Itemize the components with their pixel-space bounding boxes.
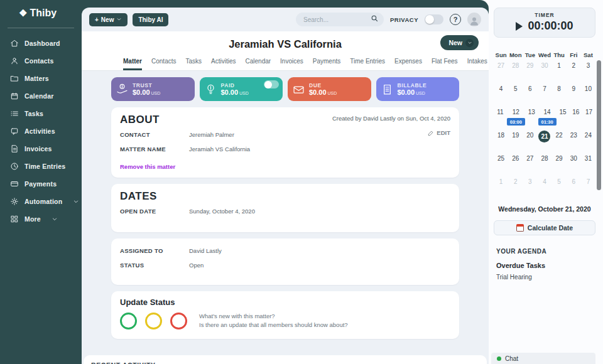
calendar-day-1[interactable]: 1 bbox=[552, 61, 567, 84]
person-icon bbox=[10, 56, 19, 65]
tab-activities[interactable]: Activities bbox=[211, 58, 236, 70]
calendar-day-3[interactable]: 3 bbox=[581, 61, 595, 84]
sidebar-item-time-entries[interactable]: Time Entries bbox=[0, 158, 82, 175]
paid-toggle[interactable] bbox=[264, 80, 279, 88]
new-button[interactable]: + New bbox=[89, 13, 128, 26]
calendar-day-14[interactable]: 1401:30 bbox=[538, 107, 557, 131]
privacy-toggle[interactable] bbox=[425, 14, 443, 24]
help-button[interactable]: ? bbox=[450, 14, 461, 25]
tab-payments[interactable]: Payments bbox=[313, 58, 340, 70]
calendar-day-16[interactable]: 16 bbox=[569, 107, 582, 131]
calendar-day-6[interactable]: 6 bbox=[523, 84, 537, 107]
calendar-event-chip[interactable]: 03:00 bbox=[507, 118, 525, 126]
sidebar-item-more[interactable]: More bbox=[0, 210, 82, 228]
calendar-day-15[interactable]: 15 bbox=[557, 107, 570, 131]
calendar-day-28[interactable]: 28 bbox=[508, 61, 523, 84]
calendar-day-7[interactable]: 7 bbox=[537, 84, 551, 107]
calendar-day-25[interactable]: 25 bbox=[494, 154, 508, 177]
calendar-day-13[interactable]: 13 bbox=[525, 107, 538, 131]
calendar-day-3[interactable]: 3 bbox=[523, 177, 537, 200]
status-yellow-button[interactable] bbox=[145, 313, 162, 329]
matter-new-button[interactable]: New bbox=[440, 35, 479, 50]
agenda-item[interactable]: Trial Hearing bbox=[496, 274, 595, 281]
calendar-day-27[interactable]: 27 bbox=[494, 61, 508, 84]
calendar-day-30[interactable]: 30 bbox=[537, 61, 551, 84]
user-avatar[interactable] bbox=[467, 13, 481, 26]
envelope-dollar-icon bbox=[292, 83, 305, 96]
stat-card-due[interactable]: DUE$0.00USD bbox=[288, 77, 371, 101]
calendar-day-28[interactable]: 28 bbox=[537, 154, 551, 177]
calendar-day-29[interactable]: 29 bbox=[523, 61, 537, 84]
sidebar-item-matters[interactable]: Matters bbox=[0, 70, 82, 87]
app-logo[interactable]: ❖ Thiby bbox=[0, 8, 82, 19]
calendar-day-7[interactable]: 7 bbox=[581, 177, 595, 200]
calendar-day-9[interactable]: 9 bbox=[567, 84, 581, 107]
calendar-day-5[interactable]: 5 bbox=[552, 177, 567, 200]
calendar-day-2[interactable]: 2 bbox=[567, 61, 581, 84]
tab-contacts[interactable]: Contacts bbox=[151, 58, 176, 70]
calendar-week-row: 111203:00131401:30151617 bbox=[494, 107, 595, 131]
sidebar-item-activities[interactable]: Activities bbox=[0, 122, 82, 140]
scrollbar-thumb[interactable] bbox=[597, 60, 601, 190]
calendar-day-10[interactable]: 10 bbox=[581, 84, 595, 107]
calendar-event-chip[interactable]: 01:30 bbox=[538, 118, 557, 126]
calendar-week-row: 1234567 bbox=[494, 177, 595, 200]
sidebar-item-calendar[interactable]: Calendar bbox=[0, 87, 82, 105]
search-input[interactable] bbox=[303, 16, 371, 23]
calendar-day-18[interactable]: 18 bbox=[494, 131, 508, 154]
matter-name-value: Jeramiah VS California bbox=[189, 146, 250, 153]
tab-calendar[interactable]: Calendar bbox=[246, 58, 271, 70]
remove-matter-link[interactable]: Remove this matter bbox=[120, 163, 175, 170]
stat-cards-row: TRUST$0.00USDPAID$0.00USDDUE$0.00USDBILL… bbox=[111, 77, 459, 101]
tab-flat-fees[interactable]: Flat Fees bbox=[432, 58, 458, 70]
stat-card-paid[interactable]: PAID$0.00USD bbox=[200, 77, 283, 101]
calendar-day-8[interactable]: 8 bbox=[552, 84, 567, 107]
timer-widget[interactable]: TIMER 00:00:00 bbox=[494, 8, 595, 38]
sidebar-item-dashboard[interactable]: Dashboard bbox=[0, 35, 82, 52]
tab-matter[interactable]: Matter bbox=[123, 58, 142, 70]
calendar-day-29[interactable]: 29 bbox=[552, 154, 567, 177]
play-icon[interactable] bbox=[516, 22, 523, 31]
search-icon[interactable] bbox=[371, 14, 379, 25]
calendar-day-6[interactable]: 6 bbox=[567, 177, 581, 200]
sidebar-item-contacts[interactable]: Contacts bbox=[0, 52, 82, 70]
edit-button[interactable]: EDIT bbox=[428, 129, 450, 136]
calendar-day-17[interactable]: 17 bbox=[582, 107, 595, 131]
calendar-day-30[interactable]: 30 bbox=[567, 154, 581, 177]
calendar-day-2[interactable]: 2 bbox=[508, 177, 523, 200]
status-red-button[interactable] bbox=[170, 313, 187, 329]
calendar-day-26[interactable]: 26 bbox=[508, 154, 523, 177]
calendar-day-5[interactable]: 5 bbox=[508, 84, 523, 107]
calendar-day-31[interactable]: 31 bbox=[581, 154, 595, 177]
chevron-down-icon bbox=[465, 39, 474, 47]
calendar-day-1[interactable]: 1 bbox=[494, 177, 508, 200]
sidebar-item-automation[interactable]: Automation bbox=[0, 193, 82, 210]
calendar-day-4[interactable]: 4 bbox=[494, 84, 508, 107]
sidebar-item-label: Invoices bbox=[24, 145, 52, 153]
calendar-day-4[interactable]: 4 bbox=[537, 177, 551, 200]
tab-invoices[interactable]: Invoices bbox=[280, 58, 303, 70]
calendar-day-22[interactable]: 22 bbox=[552, 131, 567, 154]
calculate-date-button[interactable]: Calculate Date bbox=[494, 220, 595, 235]
calendar-day-24[interactable]: 24 bbox=[581, 131, 595, 154]
tab-expenses[interactable]: Expenses bbox=[394, 58, 422, 70]
calendar-day-12[interactable]: 1203:00 bbox=[507, 107, 525, 131]
sidebar-item-invoices[interactable]: Invoices bbox=[0, 140, 82, 158]
tab-intakes[interactable]: Intakes bbox=[467, 58, 487, 70]
calendar-day-20[interactable]: 20 bbox=[523, 131, 537, 154]
mini-calendar: SunMonTueWedThuFriSat 272829301234567891… bbox=[494, 51, 595, 200]
stat-card-trust[interactable]: TRUST$0.00USD bbox=[111, 77, 195, 101]
tab-tasks[interactable]: Tasks bbox=[185, 58, 202, 70]
thiby-ai-button[interactable]: Thiby AI bbox=[133, 13, 168, 26]
sidebar-item-payments[interactable]: Payments bbox=[0, 175, 82, 193]
calendar-day-21[interactable]: 21 bbox=[537, 131, 551, 154]
calendar-day-11[interactable]: 11 bbox=[494, 107, 507, 131]
tab-time-entries[interactable]: Time Entries bbox=[350, 58, 385, 70]
calendar-day-27[interactable]: 27 bbox=[523, 154, 537, 177]
sidebar-item-tasks[interactable]: Tasks bbox=[0, 105, 82, 122]
chat-bar[interactable]: Chat bbox=[491, 353, 595, 364]
calendar-day-19[interactable]: 19 bbox=[508, 131, 523, 154]
calendar-day-23[interactable]: 23 bbox=[567, 131, 581, 154]
stat-card-billable[interactable]: BILLABLE$0.00USD bbox=[376, 77, 460, 101]
status-green-button[interactable] bbox=[120, 313, 137, 329]
